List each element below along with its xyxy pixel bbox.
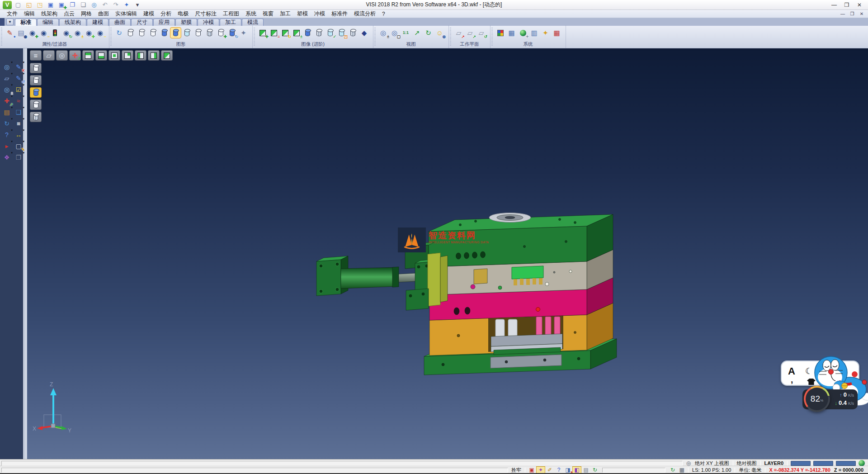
zoom-dynamic-icon[interactable]: ◎± bbox=[378, 28, 388, 38]
workplane-set-icon[interactable]: ▱↗ bbox=[453, 28, 464, 38]
color-table-icon[interactable]: ▦ bbox=[506, 28, 517, 38]
tab-modeling[interactable]: 建模 bbox=[87, 19, 108, 26]
color-palette-icon[interactable] bbox=[495, 28, 505, 38]
attribute-paint-icon[interactable]: ✎● bbox=[5, 28, 15, 38]
tab-mould[interactable]: 塑膜 bbox=[175, 19, 197, 26]
dock-window-icon[interactable]: ❏ bbox=[13, 107, 24, 117]
globe-icon[interactable] bbox=[858, 460, 866, 466]
restore-button[interactable]: ❐ bbox=[842, 2, 852, 8]
absolute-xy-view-label[interactable]: 绝对 XY 上视图 bbox=[693, 460, 731, 467]
tab-surface[interactable]: 曲面 bbox=[109, 19, 131, 26]
dock-flag-icon[interactable]: ▸ bbox=[1, 141, 12, 151]
undo-icon[interactable]: ↶ bbox=[100, 1, 109, 9]
export-cube-icon[interactable]: ◨▸ bbox=[564, 467, 572, 473]
dock-measure-icon[interactable]: ↔ bbox=[13, 130, 24, 140]
hide-entities-icon[interactable]: ◉− bbox=[38, 28, 49, 38]
check-cylinder-icon[interactable]: ✓ bbox=[325, 28, 335, 38]
status-search-icon[interactable]: ◎ bbox=[684, 460, 693, 466]
dock-curve-icon[interactable]: ≈ bbox=[13, 96, 24, 106]
open-file-icon[interactable]: ◱ bbox=[24, 1, 33, 9]
workplane-align-icon[interactable]: ▱↗ bbox=[465, 28, 475, 38]
menu-solid-edit[interactable]: 实体编辑 bbox=[112, 10, 140, 18]
viewport-3d[interactable]: ≡▱◎✚↗ bbox=[27, 48, 868, 460]
pan-view-icon[interactable]: ↗ bbox=[412, 28, 422, 38]
print-icon[interactable]: ❏ bbox=[79, 1, 88, 9]
menu-mesh[interactable]: 网格 bbox=[78, 10, 95, 18]
solid-view-icon[interactable]: ◆ bbox=[359, 28, 369, 38]
dashed-hidden-cylinder-icon[interactable] bbox=[148, 28, 158, 38]
hidden-line-cylinder-icon[interactable] bbox=[137, 28, 147, 38]
minimize-button[interactable]: — bbox=[829, 2, 839, 8]
workplane-reset-icon[interactable]: ▱↺ bbox=[476, 28, 486, 38]
assembly-cube-icon[interactable]: ◧ bbox=[573, 467, 581, 473]
menu-edit[interactable]: 编辑 bbox=[21, 10, 38, 18]
regen-status-icon[interactable]: ↻ bbox=[591, 467, 599, 473]
paint-cylinder-icon[interactable]: ✚ bbox=[216, 28, 226, 38]
vero-award-icon[interactable]: ✦ bbox=[122, 1, 131, 9]
tab-flow[interactable]: 模流 bbox=[242, 19, 264, 26]
toggle-visibility-icon[interactable]: ◉± bbox=[72, 28, 83, 38]
grid-tablet-icon[interactable]: ▦ bbox=[552, 28, 562, 38]
menu-standard-parts[interactable]: 标准件 bbox=[328, 10, 351, 18]
magic-select-icon[interactable]: ✦ bbox=[537, 467, 545, 473]
system-settings-icon[interactable]: ✦ bbox=[518, 28, 528, 38]
box-traffic-icon[interactable]: ≡ bbox=[269, 28, 279, 38]
menu-help[interactable]: ? bbox=[379, 11, 388, 17]
graphics-settings-icon[interactable]: ✦ bbox=[238, 28, 249, 38]
shaded-edges-cylinder-icon[interactable] bbox=[170, 28, 181, 38]
menu-mould[interactable]: 塑模 bbox=[294, 10, 311, 18]
zoom-window-icon[interactable]: ◎▢ bbox=[389, 28, 400, 38]
menu-wireframe[interactable]: 线架构 bbox=[38, 10, 61, 18]
rotate-view-icon[interactable]: ↻ bbox=[423, 28, 434, 38]
dock-search-icon[interactable]: ◎ bbox=[1, 62, 12, 72]
close-button[interactable]: ✕ bbox=[854, 2, 864, 8]
save-as-icon[interactable]: ▣✚ bbox=[57, 1, 66, 9]
new-file-icon[interactable]: ▢ bbox=[14, 1, 23, 9]
attribute-copy-icon[interactable]: ▤◉ bbox=[16, 28, 26, 38]
refresh-visibility-icon[interactable]: ◉↻ bbox=[61, 28, 71, 38]
refresh-view-icon[interactable]: ↻ bbox=[669, 467, 677, 473]
wireframe-small-cylinder-icon[interactable] bbox=[193, 28, 203, 38]
dock-help-icon[interactable]: ? bbox=[1, 130, 12, 140]
show-entities-icon[interactable]: ◉✚ bbox=[27, 28, 38, 38]
tab-die[interactable]: 冲模 bbox=[198, 19, 219, 26]
active-layer-field[interactable]: LAYER0 bbox=[763, 460, 785, 466]
save-icon[interactable]: ▣ bbox=[46, 1, 55, 9]
menu-dimension[interactable]: 尺寸标注 bbox=[192, 10, 220, 18]
view-orientation-icon[interactable]: ☺◉ bbox=[434, 28, 445, 38]
menu-drawing[interactable]: 工程图 bbox=[220, 10, 242, 18]
box-add-icon[interactable]: ✚ bbox=[257, 28, 268, 38]
wireframe-cylinder-icon[interactable] bbox=[125, 28, 136, 38]
ime-punctuation[interactable]: , bbox=[791, 375, 793, 385]
dock-zoom-icon[interactable]: ◎± bbox=[1, 85, 12, 95]
show-all-icon[interactable]: ◉✚ bbox=[84, 28, 94, 38]
dock-confirm-icon[interactable]: ☑ bbox=[13, 85, 24, 95]
menu-modeling[interactable]: 建模 bbox=[140, 10, 157, 18]
visi-logo[interactable]: V bbox=[3, 1, 12, 9]
menu-electrode[interactable]: 电极 bbox=[175, 10, 192, 18]
box-refresh-icon[interactable]: ↻ bbox=[280, 28, 290, 38]
qat-dropdown-caret[interactable]: ▾ bbox=[133, 1, 142, 9]
snap-settings-icon[interactable]: ▣ bbox=[528, 467, 536, 473]
menu-file[interactable]: 文件 bbox=[4, 10, 21, 18]
tab-machining[interactable]: 加工 bbox=[220, 19, 241, 26]
zoom-actual-icon[interactable]: 1:1 bbox=[401, 28, 411, 38]
toolbar-dropdown-caret[interactable]: ▼ bbox=[6, 19, 14, 25]
option-panel-icon[interactable]: ▥ bbox=[529, 28, 539, 38]
menu-surface[interactable]: 曲面 bbox=[95, 10, 112, 18]
dock-copy-icon[interactable]: ❐ bbox=[13, 152, 24, 162]
units-readout[interactable]: 单位: 毫米 bbox=[737, 467, 763, 474]
open-folder-icon[interactable]: ◳ bbox=[35, 1, 44, 9]
copy-graphics-icon[interactable]: ↻ bbox=[227, 28, 237, 38]
layer-list-icon[interactable]: ▤ bbox=[582, 467, 590, 473]
tab-standard[interactable]: 标准 bbox=[15, 19, 37, 26]
tab-edit[interactable]: 编辑 bbox=[37, 19, 59, 26]
dock-cube-icon[interactable]: ■ bbox=[13, 118, 24, 128]
dock-palette2-icon[interactable]: ❖ bbox=[1, 152, 12, 162]
dock-note-icon[interactable]: ▢✎ bbox=[13, 141, 24, 151]
delete-graphics-icon[interactable] bbox=[204, 28, 215, 38]
child-close-button[interactable]: ✕ bbox=[858, 11, 865, 16]
menu-analysis[interactable]: 分析 bbox=[157, 10, 175, 18]
striped-cylinder-icon[interactable] bbox=[314, 28, 324, 38]
dock-edit-delete-icon[interactable]: ✎✕ bbox=[13, 62, 24, 72]
